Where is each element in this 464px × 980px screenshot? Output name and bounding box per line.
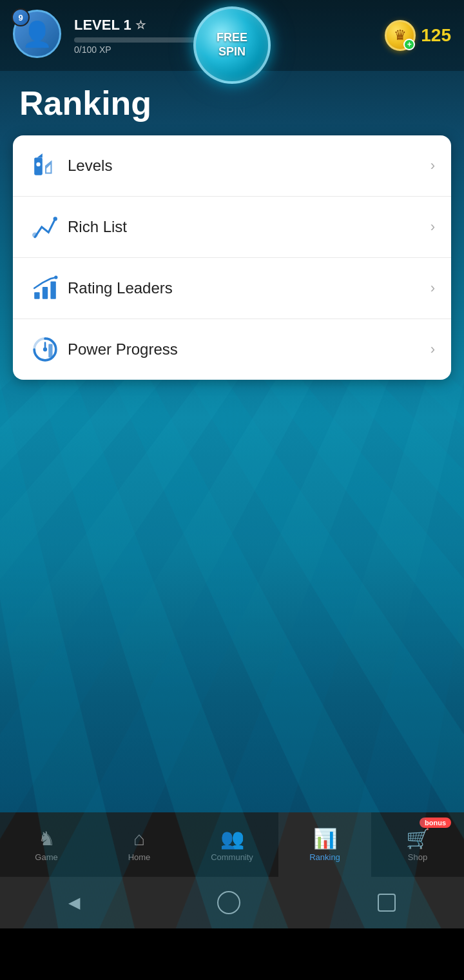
ranking-icon: 📊 <box>313 827 337 850</box>
avatar-container: 👤 9 <box>13 10 64 61</box>
recents-button[interactable] <box>378 894 396 912</box>
svg-rect-6 <box>50 282 55 299</box>
free-spin-text: FREESPIN <box>217 31 247 59</box>
coin-plus-icon: + <box>403 39 415 50</box>
menu-item-power-progress[interactable]: Power Progress › <box>13 319 451 380</box>
xp-text: 0/100 XP <box>74 44 203 55</box>
rating-leaders-label: Rating Leaders <box>68 279 430 297</box>
ranking-label: Ranking <box>309 852 340 862</box>
rich-list-icon <box>29 211 61 243</box>
svg-rect-10 <box>48 344 52 358</box>
nav-item-community[interactable]: 👥 Community <box>186 812 278 877</box>
levels-label: Levels <box>68 157 430 175</box>
power-progress-icon <box>29 333 61 366</box>
nav-item-game[interactable]: ♞ Game <box>0 812 93 877</box>
menu-item-rating-leaders[interactable]: Rating Leaders › <box>13 258 451 319</box>
rich-list-chevron-icon: › <box>430 219 435 235</box>
rating-leaders-chevron-icon: › <box>430 280 435 297</box>
rich-list-label: Rich List <box>68 218 430 236</box>
game-icon: ♞ <box>38 827 55 850</box>
svg-point-9 <box>43 348 47 351</box>
svg-rect-4 <box>34 292 39 299</box>
home-icon: ⌂ <box>133 828 145 850</box>
nav-item-shop[interactable]: bonus 🛒 Shop <box>371 812 464 877</box>
header: 👤 9 LEVEL 1 ☆ 0/100 XP FREESPIN <box>0 0 464 71</box>
avatar-badge: 9 <box>12 8 30 26</box>
back-button[interactable]: ◀ <box>68 894 80 912</box>
bottom-nav: ♞ Game ⌂ Home 👥 Community 📊 Ranking bonu… <box>0 812 464 877</box>
xp-bar-container: 0/100 XP <box>74 37 203 55</box>
coins-display: ♛ + 125 <box>385 20 451 51</box>
shop-label: Shop <box>408 852 427 862</box>
levels-chevron-icon: › <box>430 157 435 174</box>
shop-icon: 🛒 <box>406 827 430 850</box>
coin-icon: ♛ + <box>385 20 416 51</box>
rating-leaders-icon <box>29 272 61 304</box>
svg-point-2 <box>53 217 57 220</box>
svg-point-7 <box>54 276 57 279</box>
svg-point-1 <box>36 162 40 166</box>
bonus-badge: bonus <box>420 818 451 828</box>
power-progress-label: Power Progress <box>68 340 430 358</box>
menu-item-levels[interactable]: Levels › <box>13 135 451 197</box>
menu-item-rich-list[interactable]: Rich List › <box>13 197 451 258</box>
android-nav: ◀ <box>0 877 464 928</box>
svg-point-3 <box>32 232 37 237</box>
home-button[interactable] <box>217 891 240 914</box>
power-progress-chevron-icon: › <box>430 341 435 358</box>
svg-rect-5 <box>43 287 48 299</box>
nav-item-home[interactable]: ⌂ Home <box>93 812 186 877</box>
community-label: Community <box>211 852 253 862</box>
levels-icon <box>29 150 61 182</box>
community-icon: 👥 <box>220 827 244 850</box>
xp-bar-bg <box>74 37 203 43</box>
level-label: LEVEL 1 <box>74 17 131 34</box>
page-title-section: Ranking <box>0 71 464 129</box>
home-label: Home <box>128 852 151 862</box>
menu-card: Levels › Rich List › <box>13 135 451 380</box>
page-title: Ranking <box>19 84 445 122</box>
app-container: 👤 9 LEVEL 1 ☆ 0/100 XP FREESPIN <box>0 0 464 928</box>
coin-amount: 125 <box>421 25 451 46</box>
level-star-icon: ☆ <box>135 18 146 32</box>
game-label: Game <box>35 852 57 862</box>
nav-item-ranking[interactable]: 📊 Ranking <box>278 812 371 877</box>
